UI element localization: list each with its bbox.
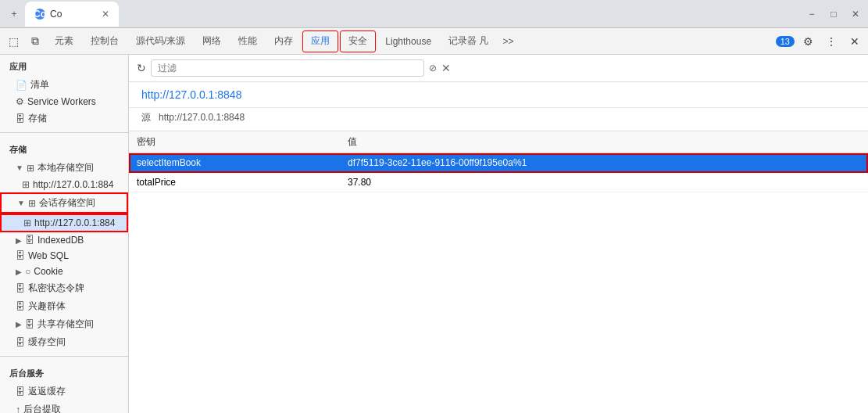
- divider-2: [0, 356, 128, 357]
- refresh-button[interactable]: ↻: [137, 62, 146, 74]
- cookie-icon: ○: [25, 266, 30, 277]
- manifest-label: 清单: [30, 78, 49, 92]
- filter-close-button[interactable]: ✕: [441, 62, 451, 74]
- session-storage-icon: ⊞: [28, 198, 36, 209]
- expand-indexed-icon: ▶: [16, 236, 22, 245]
- tab-title: Co: [50, 9, 62, 20]
- notification-badge: 13: [776, 36, 795, 47]
- filter-bar: ↻ ⊘ ✕: [129, 55, 868, 82]
- indexeddb-label: IndexedDB: [38, 235, 84, 246]
- expand-session-icon: ▼: [17, 199, 25, 207]
- settings-icon[interactable]: ⚙: [798, 31, 818, 52]
- maximize-button[interactable]: □: [824, 5, 843, 23]
- expand-local-icon: ▼: [16, 163, 23, 172]
- sidebar-item-session-storage[interactable]: ▼ ⊞ 会话存储空间: [0, 192, 128, 214]
- more-tabs-button[interactable]: >>: [498, 33, 518, 50]
- manifest-icon: 📄: [16, 80, 27, 91]
- sidebar-item-interest-group[interactable]: 🗄 兴趣群体: [0, 297, 128, 315]
- table-row[interactable]: selectItemBookdf7f5119-3ce2-11ee-9116-00…: [129, 153, 868, 173]
- sidebar-item-storage-app[interactable]: 🗄 存储: [0, 110, 128, 127]
- local-url-label: http://127.0.0.1:884: [33, 179, 113, 190]
- service-workers-icon: ⚙: [16, 96, 24, 107]
- local-storage-label: 本地存储空间: [38, 161, 94, 174]
- tab-security[interactable]: 安全: [340, 31, 376, 52]
- tab-application[interactable]: 应用: [302, 31, 338, 52]
- table-container: 密钥 值 selectItemBookdf7f5119-3ce2-11ee-91…: [129, 131, 868, 413]
- section-app-title: 应用: [0, 55, 128, 76]
- main-layout: 应用 📄 清单 ⚙ Service Workers 🗄 存储 存储 ▼ ⊞ 本地…: [0, 55, 868, 413]
- sidebar-item-indexeddb[interactable]: ▶ 🗄 IndexedDB: [0, 232, 128, 248]
- close-window-button[interactable]: ✕: [846, 5, 865, 23]
- url-text: http://127.0.0.1:8848: [141, 88, 241, 101]
- inspect-icon[interactable]: ⬚: [3, 31, 23, 52]
- cache-icon: 🗄: [16, 337, 25, 348]
- sidebar-item-manifest[interactable]: 📄 清单: [0, 76, 128, 94]
- tab-memory[interactable]: 内存: [266, 31, 301, 52]
- private-token-label: 私密状态令牌: [28, 282, 84, 295]
- sidebar-item-local-storage[interactable]: ▼ ⊞ 本地存储空间: [0, 159, 128, 177]
- service-workers-label: Service Workers: [27, 96, 96, 107]
- tab-close-button[interactable]: ✕: [102, 9, 109, 20]
- session-storage-label: 会话存储空间: [39, 196, 95, 210]
- sidebar-item-service-workers[interactable]: ⚙ Service Workers: [0, 94, 128, 110]
- tab-area: + Co Co ✕: [3, 2, 796, 27]
- interest-group-icon: 🗄: [16, 301, 25, 312]
- sidebar-item-back-cache[interactable]: 🗄 返返缓存: [0, 382, 128, 400]
- tab-lighthouse[interactable]: Lighthouse: [377, 31, 439, 52]
- tab-elements[interactable]: 元素: [47, 31, 81, 52]
- local-storage-icon: ⊞: [27, 163, 34, 174]
- back-cache-label: 返返缓存: [28, 385, 66, 398]
- table-cell-value: 37.80: [340, 173, 868, 192]
- websql-icon: 🗄: [16, 250, 25, 261]
- close-devtools-button[interactable]: ✕: [845, 31, 865, 52]
- tab-performance[interactable]: 性能: [230, 31, 265, 52]
- local-url-icon: ⊞: [22, 179, 30, 190]
- back-cache-icon: 🗄: [16, 386, 25, 397]
- filter-clear-button[interactable]: ⊘: [429, 63, 437, 74]
- chrome-window-controls: − □ ✕: [802, 5, 865, 23]
- source-row: 源 http://127.0.0.1:8848: [129, 108, 868, 131]
- sidebar-item-websql[interactable]: 🗄 Web SQL: [0, 248, 128, 264]
- cache-label: 缓存空间: [28, 336, 66, 349]
- websql-label: Web SQL: [28, 250, 69, 261]
- filter-input[interactable]: [151, 59, 424, 77]
- divider-1: [0, 132, 128, 133]
- minimize-button[interactable]: −: [802, 5, 821, 23]
- interest-group-label: 兴趣群体: [28, 300, 66, 313]
- cookie-label: Cookie: [34, 266, 63, 277]
- source-label: 源: [141, 112, 151, 123]
- section-backend-title: 后台服务: [0, 361, 128, 382]
- sidebar-item-shared-storage[interactable]: ▶ 🗄 共享存储空间: [0, 315, 128, 333]
- tab-sources[interactable]: 源代码/来源: [128, 31, 193, 52]
- section-storage-title: 存储: [0, 138, 128, 159]
- table-row[interactable]: totalPrice37.80: [129, 173, 868, 192]
- expand-cookie-icon: ▶: [16, 268, 22, 276]
- expand-shared-icon: ▶: [16, 320, 22, 329]
- new-tab-button[interactable]: +: [3, 3, 25, 25]
- tab-network[interactable]: 网络: [195, 31, 229, 52]
- devtools-toolbar: ⬚ ⧉ 元素 控制台 源代码/来源 网络 性能 内存 应用 安全 Lightho…: [0, 28, 868, 55]
- active-tab[interactable]: Co Co ✕: [25, 2, 119, 27]
- device-toolbar-icon[interactable]: ⧉: [25, 31, 45, 52]
- data-table: 密钥 值 selectItemBookdf7f5119-3ce2-11ee-91…: [129, 131, 868, 192]
- storage-app-icon: 🗄: [16, 113, 25, 124]
- sidebar-item-background-fetch[interactable]: ↑ 后台提取: [0, 400, 128, 413]
- tab-favicon: Co: [34, 9, 45, 20]
- col-header-value: 值: [340, 131, 868, 153]
- chrome-top-bar: + Co Co ✕ − □ ✕: [0, 0, 868, 28]
- sidebar-item-local-url[interactable]: ⊞ http://127.0.0.1:884: [0, 177, 128, 192]
- tab-recorder[interactable]: 记录器 凡: [441, 31, 496, 52]
- more-options-icon[interactable]: ⋮: [821, 31, 841, 52]
- storage-app-label: 存储: [28, 112, 47, 125]
- sidebar-item-session-url[interactable]: ⊞ http://127.0.0.1:884: [0, 214, 128, 232]
- background-fetch-icon: ↑: [16, 404, 20, 414]
- tab-console[interactable]: 控制台: [83, 31, 127, 52]
- sidebar-item-cache[interactable]: 🗄 缓存空间: [0, 333, 128, 351]
- devtools-right-controls: 13 ⚙ ⋮ ✕: [776, 31, 865, 52]
- session-url-icon: ⊞: [23, 217, 31, 228]
- sidebar: 应用 📄 清单 ⚙ Service Workers 🗄 存储 存储 ▼ ⊞ 本地…: [0, 55, 129, 413]
- sidebar-item-private-token[interactable]: 🗄 私密状态令牌: [0, 279, 128, 297]
- sidebar-item-cookie[interactable]: ▶ ○ Cookie: [0, 264, 128, 279]
- col-header-key: 密钥: [129, 131, 340, 153]
- private-token-icon: 🗄: [16, 283, 25, 294]
